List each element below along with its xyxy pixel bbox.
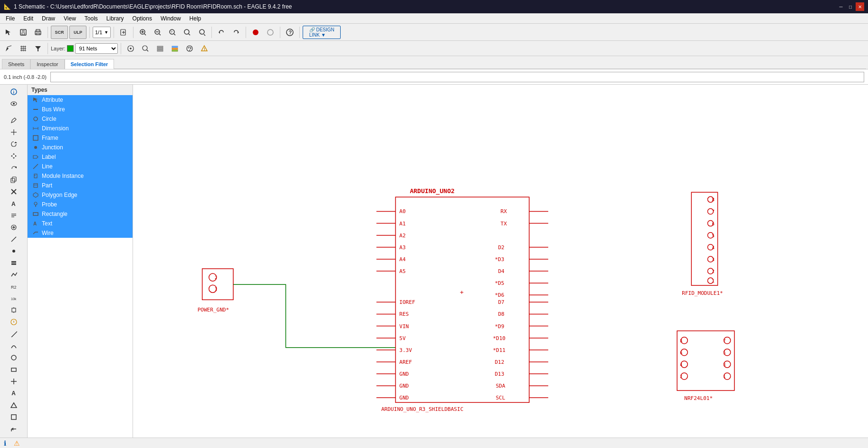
svg-marker-25 xyxy=(238,31,239,34)
select-tool-button[interactable] xyxy=(2,26,15,39)
zoom-previous-button[interactable]: - xyxy=(195,26,209,39)
layer-dropdown[interactable]: 91 Nets xyxy=(75,43,118,54)
info-icon-btn[interactable]: i xyxy=(6,87,21,97)
command-input[interactable] xyxy=(50,72,864,82)
square-btn[interactable] xyxy=(6,411,21,422)
undo-button[interactable] xyxy=(215,26,228,39)
circle-tool-btn[interactable] xyxy=(6,352,21,363)
draw-pencil-btn[interactable] xyxy=(6,115,21,126)
menu-item-edit[interactable]: Edit xyxy=(19,14,37,23)
type-label: Module Instance xyxy=(42,173,84,179)
repeat-button[interactable] xyxy=(264,26,277,39)
crosshair-btn[interactable] xyxy=(6,127,21,138)
properties-btn[interactable] xyxy=(6,210,21,221)
page-dropdown-icon[interactable]: ▼ xyxy=(104,30,108,35)
zoom-fit-button[interactable]: ? xyxy=(166,26,179,39)
menu-item-window[interactable]: Window xyxy=(157,14,185,23)
grid-button[interactable] xyxy=(17,42,30,55)
layer-colors-button[interactable] xyxy=(168,42,181,55)
add-module-btn[interactable] xyxy=(6,305,21,316)
type-item-module-instance[interactable]: Module Instance xyxy=(28,171,133,181)
tab-sheets[interactable]: Sheets xyxy=(2,59,30,69)
plus-btn[interactable] xyxy=(6,376,21,387)
zoom-in-button[interactable] xyxy=(136,26,150,39)
stop-button[interactable] xyxy=(249,26,262,39)
move-btn[interactable] xyxy=(6,151,21,162)
type-item-label[interactable]: Label xyxy=(28,152,133,162)
svg-text:RFID_MODULE1*: RFID_MODULE1* xyxy=(682,290,723,296)
menu-item-file[interactable]: File xyxy=(2,14,19,23)
text-btn[interactable]: A xyxy=(6,198,21,209)
maximize-button[interactable]: □ xyxy=(846,2,855,11)
close-button[interactable]: ✕ xyxy=(856,2,864,11)
type-item-text[interactable]: AText xyxy=(28,219,133,228)
type-item-circle[interactable]: Circle xyxy=(28,114,133,124)
eye-icon-btn[interactable] xyxy=(6,98,21,109)
help-button[interactable]: ? xyxy=(283,26,296,39)
add-part-btn[interactable] xyxy=(6,222,21,233)
copy-btn[interactable] xyxy=(6,175,21,185)
print-button[interactable] xyxy=(31,26,45,39)
design-link-button[interactable]: 🔗 DESIGNLINK ▼ xyxy=(303,26,341,39)
svg-text:TX: TX xyxy=(501,221,507,227)
type-item-frame[interactable]: Frame xyxy=(28,133,133,143)
arc-tool-btn[interactable] xyxy=(6,341,21,351)
save-button[interactable] xyxy=(17,26,30,39)
ulp-button[interactable]: ULP xyxy=(69,26,86,39)
wire-tool-btn[interactable] xyxy=(6,234,21,244)
type-item-line[interactable]: Line xyxy=(28,162,133,171)
filter-button[interactable] xyxy=(31,42,45,55)
tab-selection-filter[interactable]: Selection Filter xyxy=(65,59,114,69)
rotate-btn[interactable] xyxy=(6,163,21,174)
left-icon-strip: i xyxy=(0,85,28,448)
annotation-button[interactable] xyxy=(183,42,196,55)
add-sheet-button[interactable] xyxy=(117,26,130,39)
part-icon xyxy=(32,182,39,189)
type-item-junction[interactable]: Junction xyxy=(28,143,133,152)
zoom-out-button[interactable] xyxy=(151,26,164,39)
canvas-area[interactable]: 2 1 POWER_GND* ARDUINO_UNO2 ARDUINO_UNO_… xyxy=(133,85,868,448)
resistor-btn[interactable]: 10k xyxy=(6,293,21,304)
zoom-area-button[interactable] xyxy=(181,26,194,39)
menu-item-draw[interactable]: Draw xyxy=(38,14,59,23)
erc2-btn[interactable] xyxy=(6,317,21,328)
add-symbol-btn[interactable] xyxy=(6,139,21,150)
type-item-rectangle[interactable]: Rectangle xyxy=(28,209,133,219)
line-tool-btn[interactable] xyxy=(6,329,21,340)
menu-item-tools[interactable]: Tools xyxy=(81,14,102,23)
net-btn[interactable] xyxy=(6,269,21,280)
scr-button[interactable]: SCR xyxy=(51,26,68,39)
type-item-part[interactable]: Part xyxy=(28,181,133,190)
menu-item-help[interactable]: Help xyxy=(186,14,205,23)
minimize-button[interactable]: ─ xyxy=(837,2,845,11)
type-item-wire[interactable]: Wire xyxy=(28,228,133,238)
rect-tool-btn[interactable] xyxy=(6,364,21,375)
page-selector[interactable]: 1/1 ▼ xyxy=(93,27,111,38)
zoom-view-button[interactable] xyxy=(139,42,152,55)
junction-btn[interactable] xyxy=(6,245,21,256)
type-label: Dimension xyxy=(42,125,69,132)
text-tool-btn[interactable]: A xyxy=(6,388,21,399)
svg-text:A1: A1 xyxy=(400,221,406,227)
triangle-btn[interactable] xyxy=(6,399,21,410)
svg-line-118 xyxy=(33,232,35,234)
draw-tool-button[interactable] xyxy=(2,42,15,55)
menu-item-view[interactable]: View xyxy=(60,14,80,23)
type-item-probe[interactable]: Probe xyxy=(28,200,133,209)
menu-item-options[interactable]: Options xyxy=(129,14,156,23)
type-item-attribute[interactable]: Attribute xyxy=(28,95,133,105)
snap-button[interactable] xyxy=(124,42,137,55)
type-item-dimension[interactable]: Dimension xyxy=(28,124,133,133)
bus-btn[interactable] xyxy=(6,257,21,268)
erc-button[interactable]: ! xyxy=(198,42,211,55)
layer-set-button[interactable] xyxy=(153,42,167,55)
tab-inspector[interactable]: Inspector xyxy=(30,59,64,69)
type-item-polygon-edge[interactable]: Polygon Edge xyxy=(28,190,133,200)
type-label: Part xyxy=(42,182,52,189)
menu-item-library[interactable]: Library xyxy=(103,14,128,23)
redo-button[interactable] xyxy=(229,26,243,39)
delete-btn[interactable] xyxy=(6,186,21,197)
type-item-bus-wire[interactable]: Bus Wire xyxy=(28,105,133,114)
left-arrow-btn[interactable] xyxy=(6,423,21,434)
voltage-btn[interactable]: R2 xyxy=(6,281,21,292)
